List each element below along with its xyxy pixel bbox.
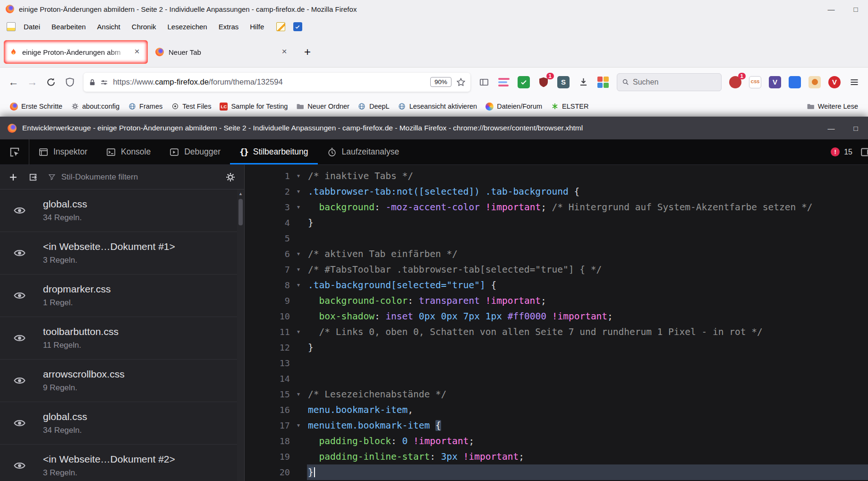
code-line[interactable]: 17 ▾ menuitem.bookmark-item { <box>245 418 868 433</box>
code-line[interactable]: 7 ▾ /* #TabsToolbar .tabbrowser-tab[sele… <box>245 262 868 277</box>
bookmark-leseansicht-aktivieren[interactable]: Leseansicht aktivieren <box>394 100 481 113</box>
code-line[interactable]: 12 } <box>245 340 868 355</box>
stylesheet-item[interactable]: toolbarbutton.css 11 Regeln. <box>0 317 244 360</box>
error-badge-icon[interactable] <box>831 147 840 156</box>
bookmark-sample-for-testing[interactable]: LC Sample for Testing <box>215 100 292 113</box>
stylesheet-item[interactable]: dropmarker.css 1 Regel. <box>0 275 244 317</box>
menu-hilfe[interactable]: Hilfe <box>244 20 270 33</box>
bookmark-neuer-ordner[interactable]: Neuer Ordner <box>292 100 354 113</box>
minimize-button[interactable]: — <box>819 0 843 18</box>
code-line[interactable]: 8 ▾ .tab-background[selected="true"] { <box>245 277 868 293</box>
bookmark-dateien-forum[interactable]: Dateien/Forum <box>481 100 546 113</box>
notes-extension-icon[interactable] <box>495 73 513 91</box>
visibility-eye-icon[interactable] <box>13 247 26 259</box>
fold-marker-icon[interactable]: ▾ <box>297 282 300 288</box>
bookmark-deepl[interactable]: DeepL <box>354 100 394 113</box>
downloads-button[interactable] <box>574 73 592 91</box>
visibility-eye-icon[interactable] <box>13 459 26 472</box>
stylus-extension-icon[interactable]: S <box>554 73 572 91</box>
zoom-level-badge[interactable]: 90% <box>430 77 451 87</box>
permissions-icon[interactable] <box>100 77 108 86</box>
url-bar[interactable]: https://www.camp-firefox.de/forum/thema/… <box>84 73 470 92</box>
bookmark-elster[interactable]: ELSTER <box>546 100 593 113</box>
code-line[interactable]: 19 padding-inline-start: 3px !important; <box>245 449 868 464</box>
stylesheet-item[interactable]: <in Webseite…Dokument #2> 3 Regeln. <box>0 445 244 481</box>
fold-marker-icon[interactable]: ▾ <box>297 204 300 210</box>
bookmark-frames[interactable]: Frames <box>124 100 167 113</box>
error-count[interactable]: 15 <box>844 148 852 156</box>
code-line[interactable]: 11 ▾ /* Links 0, oben 0, Schatten von al… <box>245 324 868 340</box>
tab-close-button[interactable]: × <box>131 46 143 58</box>
sidebar-scrollbar[interactable]: ▲ <box>237 189 244 481</box>
code-line[interactable]: 5 <box>245 231 868 246</box>
code-line[interactable]: 6 ▾ /* aktiven Tab einfärben */ <box>245 246 868 262</box>
code-line[interactable]: 15 ▾ /* Lesezeichenabstände */ <box>245 387 868 402</box>
fold-marker-icon[interactable]: ▾ <box>297 250 300 257</box>
search-input[interactable] <box>633 78 716 86</box>
tiles-extension-icon[interactable] <box>594 73 612 91</box>
visibility-eye-icon[interactable] <box>13 374 26 387</box>
code-line[interactable]: 13 <box>245 355 868 371</box>
code-line[interactable]: 16 menu.bookmark-item, <box>245 402 868 418</box>
scroll-up-arrow-icon[interactable]: ▲ <box>238 189 243 196</box>
options-gear-icon[interactable] <box>225 172 236 182</box>
blue-extension-icon[interactable] <box>786 73 804 91</box>
forward-button[interactable]: → <box>24 76 42 88</box>
url-text[interactable]: https://www.camp-firefox.de/forum/thema/… <box>113 77 425 86</box>
check-menubar-extension-icon[interactable] <box>290 22 305 31</box>
css-code-editor[interactable]: 1 ▾ /* inaktive Tabs */ 2 ▾ .tabbrowser-… <box>245 165 868 481</box>
devtools-tab-debugger[interactable]: Debugger <box>160 139 230 164</box>
devtools-tab-laufzeitanalyse[interactable]: Laufzeitanalyse <box>318 139 409 164</box>
visibility-eye-icon[interactable] <box>13 289 26 302</box>
devtools-maximize-button[interactable]: □ <box>843 117 868 139</box>
notes-menubar-extension-icon[interactable] <box>273 22 288 31</box>
devtools-minimize-button[interactable]: — <box>819 117 843 139</box>
bookmark-star-icon[interactable] <box>456 77 466 87</box>
fold-marker-icon[interactable]: ▾ <box>297 266 300 273</box>
menu-extras[interactable]: Extras <box>213 20 245 33</box>
devtools-tab-stilbearbeitung[interactable]: {} Stilbearbeitung <box>230 139 317 164</box>
visibility-eye-icon[interactable] <box>13 417 26 429</box>
fold-marker-icon[interactable]: ▾ <box>297 188 300 195</box>
code-line[interactable]: 18 padding-block: 0 !important; <box>245 433 868 449</box>
browser-tab-1[interactable]: einige Proton-Änderungen abm × <box>4 40 148 64</box>
visibility-eye-icon[interactable] <box>13 204 26 217</box>
shield-extension-icon[interactable]: 1 <box>535 73 553 91</box>
hand-extension-icon[interactable] <box>806 73 824 91</box>
search-bar[interactable] <box>617 73 722 91</box>
vimium-extension-icon[interactable]: V <box>766 73 784 91</box>
stylesheet-item[interactable]: global.css 34 Regeln. <box>0 402 244 445</box>
v-circle-extension-icon[interactable]: V <box>825 73 843 91</box>
stylesheet-item[interactable]: <in Webseite…Dokument #1> 3 Regeln. <box>0 232 244 275</box>
checkmark-extension-icon[interactable] <box>515 73 533 91</box>
tracking-protection-shield-icon[interactable] <box>61 73 79 91</box>
reload-button[interactable] <box>42 73 60 91</box>
css-extension-icon[interactable]: CSS <box>746 73 764 91</box>
toolbox-dock-icon[interactable] <box>860 146 868 158</box>
fold-marker-icon[interactable]: ▾ <box>297 172 300 179</box>
code-line[interactable]: 20 } <box>245 464 868 480</box>
browser-tab-2[interactable]: Neuer Tab × <box>151 40 295 64</box>
bookmark-about-config[interactable]: about:config <box>67 100 124 113</box>
devtools-tab-konsole[interactable]: Konsole <box>97 139 160 164</box>
menu-bearbeiten[interactable]: Bearbeiten <box>46 20 92 33</box>
bookmark-erste-schritte[interactable]: Erste Schritte <box>6 100 67 113</box>
scrollbar-thumb[interactable] <box>238 199 243 225</box>
fold-marker-icon[interactable]: ▾ <box>297 391 300 397</box>
stylesheet-filter[interactable] <box>48 172 215 182</box>
devtools-tab-inspektor[interactable]: Inspektor <box>29 139 97 164</box>
bookmarks-overflow-folder[interactable]: Weitere Lese <box>802 100 862 113</box>
stylesheet-item[interactable]: global.css 34 Regeln. <box>0 189 244 232</box>
menu-lesezeichen[interactable]: Lesezeichen <box>162 20 213 33</box>
pick-element-icon[interactable] <box>0 139 29 164</box>
archive-extension-icon[interactable] <box>4 22 18 31</box>
fold-marker-icon[interactable]: ▾ <box>297 422 300 429</box>
menu-chronik[interactable]: Chronik <box>126 20 162 33</box>
stylesheet-item[interactable]: arrowscrollbox.css 9 Regeln. <box>0 360 244 402</box>
code-line[interactable]: 4 } <box>245 215 868 231</box>
import-stylesheet-button[interactable] <box>28 172 38 182</box>
visibility-eye-icon[interactable] <box>13 332 26 344</box>
red-badge-extension-icon[interactable]: 1 <box>726 73 744 91</box>
code-line[interactable]: 14 <box>245 371 868 387</box>
code-line[interactable]: 3 ▾ background: -moz-accent-color !impor… <box>245 199 868 215</box>
